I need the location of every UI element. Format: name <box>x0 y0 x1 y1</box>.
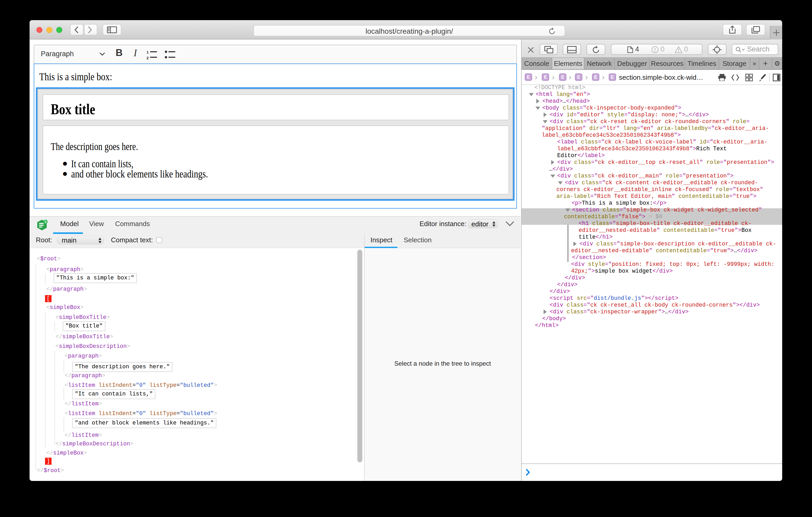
svg-text:5: 5 <box>45 220 46 223</box>
svg-text:2: 2 <box>146 56 149 60</box>
svg-text:1: 1 <box>146 50 149 54</box>
